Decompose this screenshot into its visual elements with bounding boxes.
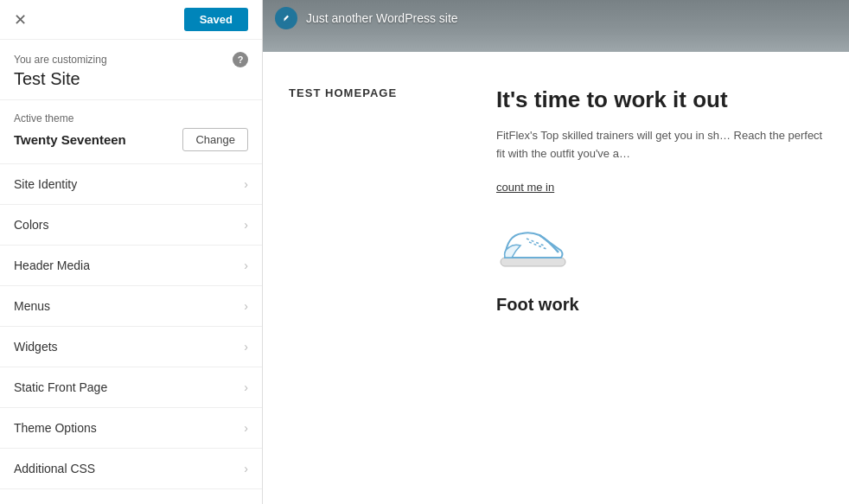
customizing-section: You are customizing ? Test Site — [0, 40, 262, 100]
pencil-icon[interactable] — [275, 7, 297, 29]
menu-item-site-identity[interactable]: Site Identity› — [0, 164, 262, 205]
shoe-icon — [496, 218, 823, 278]
theme-section: Active theme Twenty Seventeen Change — [0, 100, 262, 164]
menu-item-label-static-front-page: Static Front Page — [14, 380, 107, 394]
menu-item-label-additional-css: Additional CSS — [14, 462, 95, 475]
theme-name: Twenty Seventeen — [14, 132, 126, 147]
svg-rect-1 — [501, 258, 565, 266]
theme-row: Twenty Seventeen Change — [14, 128, 248, 151]
foot-work-label: Foot work — [496, 295, 823, 315]
chevron-icon-widgets: › — [244, 340, 248, 354]
preview-body: TEST HOMEPAGE It's time to work it out F… — [263, 52, 849, 504]
site-name: Test Site — [14, 69, 248, 89]
preview-panel: Just another WordPress site TEST HOMEPAG… — [263, 0, 849, 504]
menu-item-label-site-identity: Site Identity — [14, 177, 77, 191]
menu-item-label-colors: Colors — [14, 218, 48, 232]
preview-right: It's time to work it out FitFlex's Top s… — [496, 86, 823, 487]
chevron-icon-site-identity: › — [244, 177, 248, 191]
chevron-icon-theme-options: › — [244, 421, 248, 435]
preview-left: TEST HOMEPAGE — [289, 86, 462, 487]
menu-item-menus[interactable]: Menus› — [0, 286, 262, 327]
menu-item-widgets[interactable]: Widgets› — [0, 327, 262, 367]
top-bar: ✕ Saved — [0, 0, 262, 40]
menu-item-header-media[interactable]: Header Media› — [0, 246, 262, 286]
menu-item-static-front-page[interactable]: Static Front Page› — [0, 367, 262, 408]
saved-button[interactable]: Saved — [184, 8, 248, 31]
customizing-label: You are customizing ? — [14, 52, 248, 67]
change-theme-button[interactable]: Change — [182, 128, 248, 151]
site-tagline: Just another WordPress site — [306, 11, 458, 25]
preview-heading: It's time to work it out — [496, 86, 823, 113]
chevron-icon-static-front-page: › — [244, 380, 248, 394]
menu-item-label-widgets: Widgets — [14, 340, 58, 354]
menu-item-label-header-media: Header Media — [14, 258, 90, 272]
menu-item-label-theme-options: Theme Options — [14, 421, 97, 435]
menu-item-additional-css[interactable]: Additional CSS› — [0, 449, 262, 489]
header-content: Just another WordPress site — [275, 7, 458, 29]
chevron-icon-menus: › — [244, 299, 248, 313]
active-theme-label: Active theme — [14, 112, 248, 124]
chevron-icon-additional-css: › — [244, 462, 248, 475]
chevron-icon-header-media: › — [244, 258, 248, 272]
menu-item-colors[interactable]: Colors› — [0, 205, 262, 246]
menu-list: Site Identity›Colors›Header Media›Menus›… — [0, 164, 262, 504]
customizer-panel: ✕ Saved You are customizing ? Test Site … — [0, 0, 263, 504]
preview-subtext: FitFlex's Top skilled trainers will get … — [496, 127, 823, 163]
help-icon[interactable]: ? — [233, 52, 248, 67]
menu-item-label-menus: Menus — [14, 299, 50, 313]
preview-header: Just another WordPress site — [263, 0, 849, 52]
count-me-in-link[interactable]: count me in — [496, 181, 823, 194]
close-button[interactable]: ✕ — [14, 12, 27, 28]
customizing-text: You are customizing — [14, 54, 107, 66]
homepage-label: TEST HOMEPAGE — [289, 86, 462, 99]
menu-item-theme-options[interactable]: Theme Options› — [0, 408, 262, 449]
chevron-icon-colors: › — [244, 218, 248, 232]
